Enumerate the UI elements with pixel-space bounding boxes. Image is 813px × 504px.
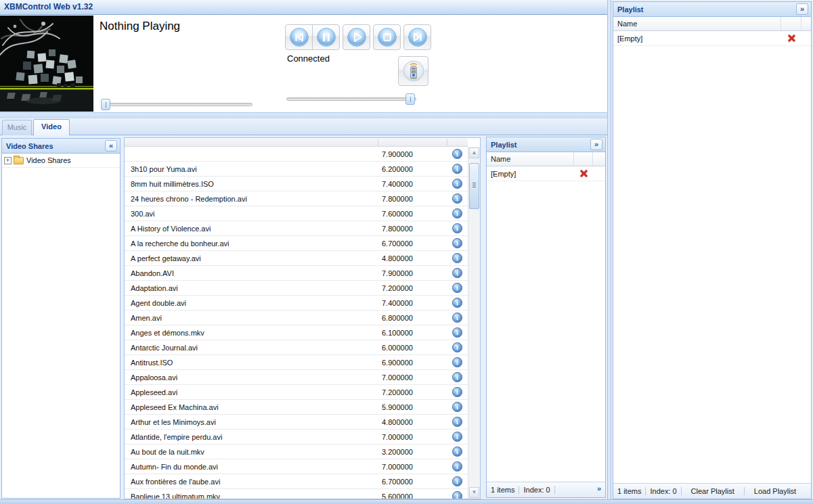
info-icon[interactable]: i xyxy=(452,164,462,174)
file-row[interactable]: Autumn- Fin du monde.avi 7.000000 i xyxy=(125,459,468,474)
file-rating: 7.400000 xyxy=(378,180,447,188)
file-row[interactable]: 300.avi 7.600000 i xyxy=(125,206,468,221)
stop-icon xyxy=(377,27,397,47)
info-icon[interactable]: i xyxy=(452,223,462,233)
tab-music[interactable]: Music xyxy=(2,120,32,135)
info-icon[interactable]: i xyxy=(452,402,462,412)
file-list-header[interactable] xyxy=(125,138,468,147)
info-icon[interactable]: i xyxy=(452,313,462,323)
scrollbar-thumb[interactable] xyxy=(469,163,479,209)
scroll-down-icon[interactable]: ▼ xyxy=(469,487,479,498)
info-icon[interactable]: i xyxy=(452,238,462,248)
info-icon[interactable]: i xyxy=(452,372,462,382)
info-icon[interactable]: i xyxy=(452,253,462,263)
file-row[interactable]: Appleseed.avi 7.200000 i xyxy=(125,385,468,400)
file-row[interactable]: Appleseed Ex Machina.avi 5.900000 i xyxy=(125,400,468,415)
playlist-toolbar: 1 items Index: 0 Clear Playlist Load Pla… xyxy=(613,483,811,499)
next-button[interactable] xyxy=(403,24,431,50)
tab-video[interactable]: Video xyxy=(33,119,70,135)
file-name: Antarctic Journal.avi xyxy=(125,344,378,352)
pause-button[interactable] xyxy=(312,24,340,50)
collapse-playlist-button[interactable]: » xyxy=(590,139,602,150)
file-rating: 7.000000 xyxy=(378,373,447,382)
seek-slider[interactable] xyxy=(101,99,252,110)
tree-expander-icon[interactable]: + xyxy=(4,157,12,164)
file-row[interactable]: 3h10 pour Yuma.avi 6.200000 i xyxy=(125,162,468,177)
info-icon[interactable]: i xyxy=(452,268,462,278)
collapse-shares-button[interactable]: « xyxy=(105,140,117,152)
info-icon[interactable]: i xyxy=(452,208,462,219)
clear-playlist-button[interactable]: Clear Playlist xyxy=(686,485,740,497)
file-row[interactable]: 24 heures chrono - Redemption.avi 7.8000… xyxy=(125,191,468,206)
delete-column-header xyxy=(574,152,593,166)
collapse-playlist-button[interactable]: » xyxy=(796,3,808,15)
info-icon[interactable]: i xyxy=(452,327,462,338)
file-row[interactable]: A la recherche du bonheur.avi 6.700000 i xyxy=(125,236,468,251)
video-shares-panel: Video Shares « + Video Shares xyxy=(1,138,120,499)
file-row[interactable]: Amen.avi 6.800000 i xyxy=(125,311,468,325)
file-name: Appaloosa.avi xyxy=(125,373,378,382)
panel-splitter[interactable] xyxy=(607,0,611,504)
delete-icon[interactable] xyxy=(579,169,588,178)
items-count: 1 items xyxy=(491,486,514,494)
info-icon[interactable]: i xyxy=(452,491,462,499)
playlist-index: Index: 0 xyxy=(650,487,676,495)
file-row[interactable]: Arthur et les Minimoys.avi 4.800000 i xyxy=(125,415,468,430)
file-row[interactable]: Aux frontières de l'aube.avi 6.700000 i xyxy=(125,474,468,489)
tree-node-video-shares[interactable]: + Video Shares xyxy=(2,154,120,168)
file-row[interactable]: Au bout de la nuit.mkv 3.200000 i xyxy=(125,444,468,459)
info-icon[interactable]: i xyxy=(452,298,462,308)
file-row[interactable]: Antitrust.ISO 6.900000 i xyxy=(125,355,468,370)
stop-button[interactable] xyxy=(373,24,401,50)
load-playlist-button[interactable]: Load Playlist xyxy=(749,485,801,497)
info-icon[interactable]: i xyxy=(452,342,462,352)
info-icon[interactable]: i xyxy=(452,387,462,397)
remote-button[interactable] xyxy=(398,56,429,86)
file-row[interactable]: Agent double.avi 7.400000 i xyxy=(125,296,468,311)
file-row[interactable]: Abandon.AVI 7.900000 i xyxy=(125,266,468,281)
file-row[interactable]: A History of Violence.avi 7.800000 i xyxy=(125,221,468,236)
volume-slider[interactable] xyxy=(286,93,416,105)
info-icon[interactable]: i xyxy=(452,283,462,293)
file-row[interactable]: Atlantide, l'empire perdu.avi 7.000000 i xyxy=(125,430,468,444)
file-name: Aux frontières de l'aube.avi xyxy=(125,478,378,486)
info-icon[interactable]: i xyxy=(452,432,462,442)
file-name: Amen.avi xyxy=(125,314,378,322)
play-button[interactable] xyxy=(343,24,370,50)
file-row[interactable]: Anges et démons.mkv 6.100000 i xyxy=(125,325,468,340)
video-file-list: 7.900000 i 3h10 pour Yuma.avi 6.200000 i… xyxy=(124,137,481,499)
info-icon[interactable]: i xyxy=(452,461,462,472)
info-icon[interactable]: i xyxy=(452,193,462,204)
file-list-scrollbar[interactable]: ▲ ▼ xyxy=(468,147,480,499)
info-icon[interactable]: i xyxy=(452,357,462,367)
toolbar-overflow-icon[interactable]: » xyxy=(597,484,601,492)
volume-slider-handle[interactable] xyxy=(405,93,415,105)
playlist-grid-header[interactable]: Name xyxy=(487,152,605,166)
info-icon[interactable]: i xyxy=(452,149,462,159)
file-row[interactable]: A perfect getaway.avi 4.800000 i xyxy=(125,251,468,266)
previous-button[interactable] xyxy=(285,24,313,50)
info-icon[interactable]: i xyxy=(452,476,462,486)
name-column-header[interactable]: Name xyxy=(613,17,781,30)
file-row[interactable]: Appaloosa.avi 7.000000 i xyxy=(125,370,468,385)
volume-slider-track[interactable] xyxy=(286,97,416,101)
playlist-index: Index: 0 xyxy=(523,486,550,494)
seek-slider-handle[interactable] xyxy=(101,99,110,110)
info-icon[interactable]: i xyxy=(452,179,462,189)
scroll-up-icon[interactable]: ▲ xyxy=(469,147,479,158)
playlist-row[interactable]: [Empty] xyxy=(487,166,605,181)
info-icon[interactable]: i xyxy=(452,446,462,457)
seek-slider-track[interactable] xyxy=(101,103,252,106)
file-rating: 6.000000 xyxy=(378,344,447,352)
playlist-row[interactable]: [Empty] xyxy=(613,31,811,46)
name-column-header[interactable]: Name xyxy=(487,152,574,166)
file-row[interactable]: Banlieue 13 ultimatum.mkv 5.600000 i xyxy=(125,489,468,499)
delete-icon[interactable] xyxy=(787,34,796,43)
info-icon[interactable]: i xyxy=(452,417,462,427)
album-art xyxy=(0,16,93,112)
playlist-grid-header[interactable]: Name xyxy=(613,17,811,31)
file-row[interactable]: 7.900000 i xyxy=(125,147,468,162)
file-row[interactable]: Adaptation.avi 7.200000 i xyxy=(125,281,468,296)
file-row[interactable]: Antarctic Journal.avi 6.000000 i xyxy=(125,340,468,355)
file-row[interactable]: 8mm huit millimètres.ISO 7.400000 i xyxy=(125,177,468,191)
